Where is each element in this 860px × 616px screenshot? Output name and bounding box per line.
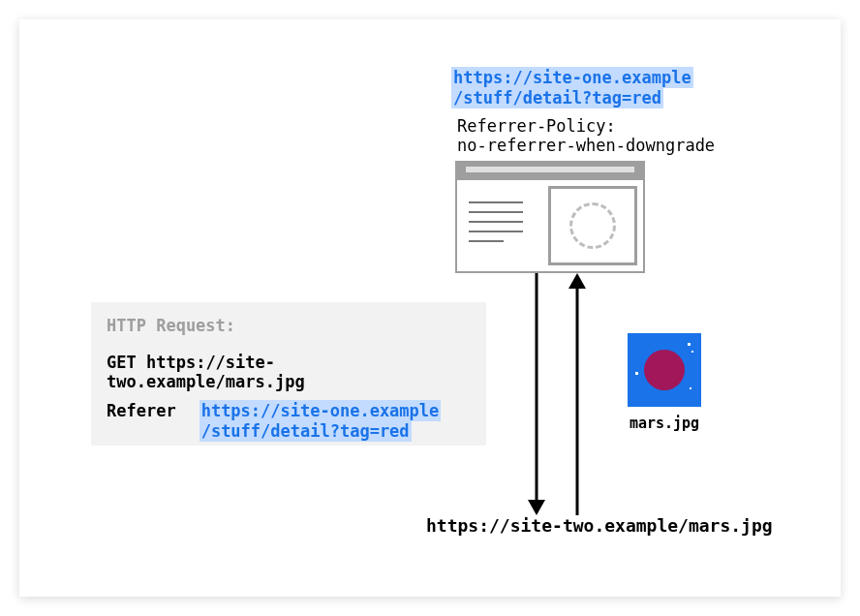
browser-titlebar	[455, 161, 645, 178]
http-request-line: GET https://site-two.example/mars.jpg	[107, 353, 471, 391]
site-one-url-line2: /stuff/detail?tag=red	[451, 87, 663, 108]
diagram-canvas: https://site-one.example /stuff/detail?t…	[19, 19, 841, 597]
referer-value-line1: https://site-one.example	[200, 400, 442, 421]
site-one-url: https://site-one.example /stuff/detail?t…	[451, 68, 693, 109]
referer-header: Referer https://site-one.example /stuff/…	[107, 401, 471, 443]
referer-value-line2: /stuff/detail?tag=red	[200, 420, 412, 442]
request-response-arrows	[523, 273, 620, 517]
referrer-policy-value: no-referrer-when-downgrade	[457, 136, 715, 155]
site-one-url-line1: https://site-one.example	[451, 67, 693, 88]
http-method: GET	[107, 353, 137, 372]
site-two-url: https://site-two.example/mars.jpg	[426, 515, 773, 536]
referrer-policy-label: Referrer-Policy:	[457, 116, 616, 136]
http-request-panel: HTTP Request: GET https://site-two.examp…	[91, 302, 486, 446]
referrer-policy: Referrer-Policy: no-referrer-when-downgr…	[457, 116, 715, 156]
svg-marker-1	[528, 500, 545, 515]
mars-thumbnail	[628, 333, 701, 407]
browser-viewport	[455, 178, 645, 273]
image-loading-icon	[569, 202, 616, 249]
image-placeholder	[548, 186, 637, 265]
star-icon	[635, 372, 638, 375]
referer-label: Referer	[107, 401, 176, 420]
mars-filename-label: mars.jpg	[628, 415, 701, 432]
star-icon	[688, 343, 691, 346]
browser-urlbar	[466, 167, 634, 172]
http-request-title: HTTP Request:	[107, 316, 471, 335]
browser-wireframe	[455, 161, 645, 275]
http-target-url: https://site-two.example/mars.jpg	[107, 353, 305, 391]
svg-marker-3	[568, 273, 586, 289]
star-icon	[690, 387, 691, 389]
star-icon	[691, 351, 693, 353]
text-placeholder	[469, 201, 523, 250]
mars-planet-icon	[644, 350, 685, 390]
